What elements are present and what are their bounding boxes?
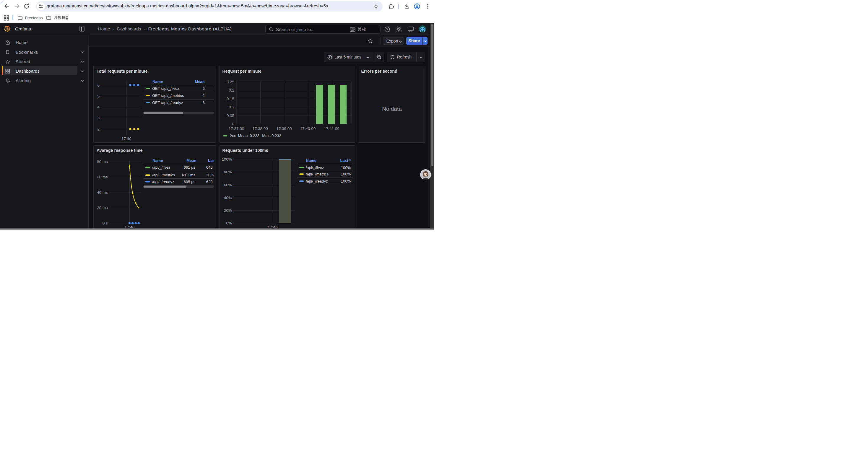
svg-text:0.2: 0.2 [229,88,234,93]
svg-text:60%: 60% [224,183,231,187]
svg-text:17:40: 17:40 [121,136,131,141]
svg-text:6: 6 [97,83,99,88]
svg-text:/api/_/livez: /api/_/livez [306,165,324,169]
svg-text:17:37:00: 17:37:00 [228,126,244,131]
svg-text:0.25: 0.25 [226,80,234,84]
svg-text:2: 2 [203,93,205,98]
svg-text:GET /api/_/livez: GET /api/_/livez [152,86,179,91]
svg-text:/api/_/readyz: /api/_/readyz [152,179,174,184]
svg-text:0.05: 0.05 [226,113,234,118]
svg-text:/api/_/metrics: /api/_/metrics [306,172,329,176]
svg-text:Name: Name [152,158,163,163]
svg-text:5: 5 [97,94,99,98]
svg-text:0.15: 0.15 [226,97,234,101]
svg-text:17:38:00: 17:38:00 [252,126,268,131]
svg-text:17:40:00: 17:40:00 [300,126,315,131]
svg-text:20%: 20% [224,208,231,213]
svg-text:20 ms: 20 ms [97,205,108,210]
svg-text:GET /api/_/readyz: GET /api/_/readyz [152,100,183,105]
svg-text:6: 6 [203,86,205,91]
svg-text:17:41:00: 17:41:00 [324,126,339,131]
svg-text:/api/_/livez: /api/_/livez [152,165,170,169]
svg-text:40.1 ms: 40.1 ms [182,173,195,177]
svg-text:100%: 100% [341,179,351,183]
svg-text:Mean: Mean [186,158,196,163]
svg-text:Name: Name [306,158,316,162]
svg-text:Last *: Last * [340,158,351,162]
svg-text:GET /api/_/metrics: GET /api/_/metrics [152,93,184,98]
svg-text:0.1: 0.1 [229,105,234,109]
svg-text:60 ms: 60 ms [97,175,108,179]
svg-text:4: 4 [97,105,99,109]
svg-text:0 s: 0 s [102,221,108,225]
svg-text:646: 646 [206,165,213,169]
svg-text:Mean: Mean [195,79,205,84]
svg-text:80%: 80% [224,170,231,174]
svg-text:2xx: 2xx [229,133,236,138]
svg-text:100%: 100% [222,157,232,162]
svg-text:/api/_/readyz: /api/_/readyz [306,179,328,183]
svg-text:Name: Name [152,79,163,84]
svg-text:605 µs: 605 µs [184,179,195,184]
svg-text:17:39:00: 17:39:00 [276,126,292,131]
svg-text:Mean: 0.233: Mean: 0.233 [238,133,259,138]
svg-text:0: 0 [232,122,234,126]
svg-text:80 ms: 80 ms [97,160,108,164]
svg-text:100%: 100% [341,165,351,169]
svg-text:/api/_/metrics: /api/_/metrics [152,173,175,177]
svg-text:6: 6 [203,100,205,105]
svg-text:40 ms: 40 ms [97,190,108,195]
svg-text:3: 3 [97,116,99,120]
svg-text:2: 2 [97,127,99,131]
svg-text:100%: 100% [341,172,351,176]
svg-text:40%: 40% [224,195,231,200]
svg-text:0%: 0% [226,221,232,225]
svg-text:661 µs: 661 µs [184,165,195,169]
svg-text:620: 620 [206,179,213,184]
svg-text:Max: 0.233: Max: 0.233 [262,133,281,138]
